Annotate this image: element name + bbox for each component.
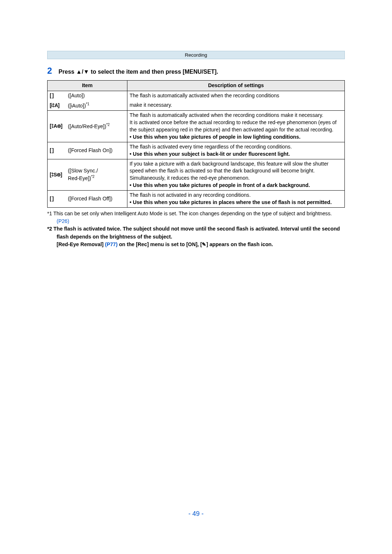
step-instruction: Press ▲/▼ to select the item and then pr…: [58, 69, 218, 75]
flash-slow-sync-icon: [‡S⊚]: [50, 171, 66, 179]
flash-auto-label: ([Auto]): [68, 92, 85, 99]
pencil-icon: ✎: [202, 241, 206, 247]
flash-slow-sync-label: ([Slow Sync./ Red-Eye])*2: [68, 167, 98, 182]
row2-desc-1: The flash is automatically activated whe…: [130, 112, 342, 119]
link-p26[interactable]: (P26): [57, 218, 69, 224]
row3-bullet-1: • Use this when your subject is back-lit…: [130, 151, 342, 158]
flash-auto-icon: [ ]: [50, 92, 66, 99]
flash-iauto-icon: [i‡A]: [50, 102, 66, 109]
step-row: 2 Press ▲/▼ to select the item and then …: [47, 66, 345, 75]
footnote-2: *2 The flash is activated twice. The sub…: [47, 225, 345, 241]
settings-table: Item Description of settings [ ] ([Auto]…: [47, 80, 345, 208]
row3-desc-1: The flash is activated every time regard…: [130, 143, 342, 151]
row5-bullet-1: • Use this when you take pictures in pla…: [130, 199, 342, 206]
row4-desc-1: If you take a picture with a dark backgr…: [130, 160, 342, 182]
flash-forced-off-icon: [ ]: [50, 195, 66, 203]
flash-forced-on-icon: [ ]: [50, 147, 66, 154]
row4-bullet-1: • Use this when you take pictures of peo…: [130, 182, 342, 189]
flash-forced-on-label: ([Forced Flash On]): [68, 147, 113, 154]
section-header: Recording: [47, 51, 345, 59]
table-header-item: Item: [48, 81, 127, 91]
flash-iauto-label: ([iAuto])*1: [68, 102, 89, 110]
row2-desc-2: It is activated once before the actual r…: [130, 119, 342, 134]
flash-auto-desc-line2: make it necessary.: [127, 101, 345, 111]
footnotes: *1 This can be set only when Intelligent…: [47, 210, 345, 248]
footnote-2b: [Red-Eye Removal] (P77) on the [Rec] men…: [47, 241, 345, 248]
row2-bullet-1: • Use this when you take pictures of peo…: [130, 134, 342, 141]
flash-forced-off-label: ([Forced Flash Off]): [68, 195, 113, 203]
flash-auto-redeye-label: ([Auto/Red-Eye])*2: [68, 122, 110, 130]
flash-auto-desc-line1: The flash is automatically activated whe…: [127, 91, 345, 100]
footnote-1: *1 This can be set only when Intelligent…: [47, 210, 345, 225]
page-number: - 49 -: [0, 510, 392, 518]
flash-auto-redeye-icon: [‡A⊚]: [50, 123, 66, 130]
row5-desc-1: The flash is not activated in any record…: [130, 192, 342, 199]
table-header-desc: Description of settings: [127, 81, 345, 91]
link-p77[interactable]: (P77): [105, 241, 118, 247]
step-number: 2: [47, 66, 52, 75]
